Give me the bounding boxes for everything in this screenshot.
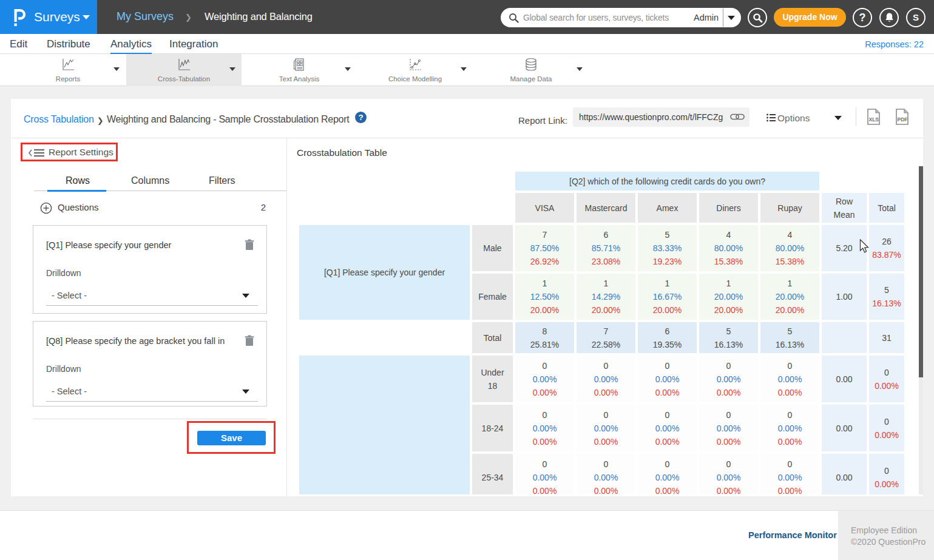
svg-text:XLS: XLS	[869, 116, 879, 123]
svg-text:PDF: PDF	[898, 116, 908, 123]
